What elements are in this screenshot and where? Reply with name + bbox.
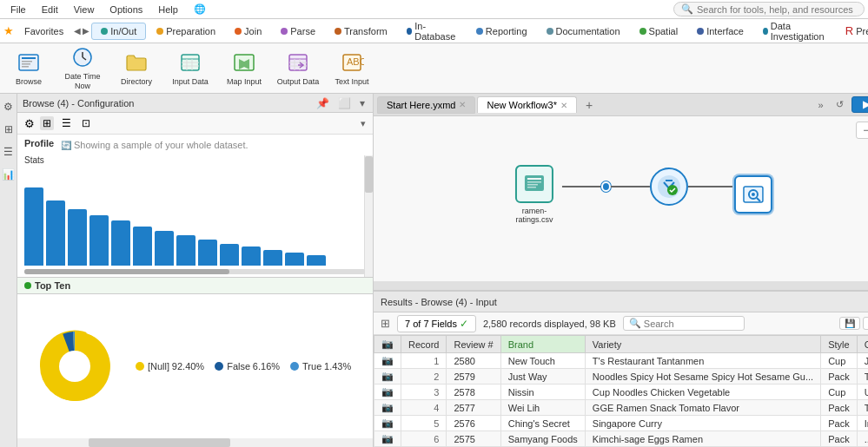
menu-edit[interactable]: Edit: [35, 3, 65, 16]
cell-review: 2578: [447, 385, 500, 400]
tool-outputdata[interactable]: Output Data: [276, 50, 320, 87]
ribbon-transform[interactable]: Transform: [326, 23, 396, 39]
ribbon-back-arrow[interactable]: ◀: [74, 26, 81, 36]
chart-scrollbar[interactable]: [24, 269, 366, 274]
run-button[interactable]: ▶ Run: [851, 96, 868, 113]
filter-node-icon: [657, 174, 681, 199]
panel-options-btn[interactable]: ▾: [361, 118, 366, 129]
browse-node-box[interactable]: [734, 175, 772, 214]
filter-node-box[interactable]: [650, 168, 688, 206]
panel-menu-button[interactable]: ▾: [357, 96, 368, 110]
results-search[interactable]: 🔍: [623, 316, 745, 331]
chart-scrollbar-thumb[interactable]: [24, 269, 229, 274]
tool-browse[interactable]: Browse: [7, 50, 50, 87]
ribbon-favorites[interactable]: Favorites: [16, 23, 72, 39]
table-row[interactable]: 📷 5 2576 Ching's Secret Singapore Curry …: [374, 416, 869, 431]
workflow-filter-node[interactable]: [650, 168, 688, 206]
tab-new-workflow3-close[interactable]: ✕: [560, 101, 567, 110]
zoom-out-button[interactable]: −: [856, 122, 868, 139]
panel-hscrollbar-thumb[interactable]: [89, 438, 231, 447]
table-row[interactable]: 📷 1 2580 New Touch T's Restaurant Tantan…: [374, 353, 869, 369]
results-search-input[interactable]: [644, 319, 748, 329]
sidebar-grid-icon[interactable]: ⊞: [3, 122, 15, 137]
chart-section: Stats: [17, 155, 373, 277]
tab-refresh-icon[interactable]: ↺: [832, 97, 848, 112]
outputdata-icon: [286, 50, 310, 75]
col-style[interactable]: Style: [821, 336, 857, 353]
bar-item: [111, 220, 130, 266]
top-ten-dot: [24, 282, 31, 289]
results-search-icon: 🔍: [629, 318, 641, 329]
config-view3-icon[interactable]: ⊡: [79, 116, 93, 130]
ribbon-spatial[interactable]: Spatial: [631, 23, 687, 39]
legend-true: True 1.43%: [290, 361, 351, 371]
ribbon-inout[interactable]: In/Out: [91, 23, 146, 40]
workflow-input-node[interactable]: ramen-ratings.csv: [507, 165, 562, 224]
sidebar-settings-icon[interactable]: ⚙: [2, 99, 15, 115]
results-layout-button[interactable]: ⊞: [863, 317, 868, 330]
ribbon-predictive[interactable]: R Predictive: [837, 22, 868, 40]
canvas-hscrollbar[interactable]: [374, 281, 868, 290]
cell-record: 3: [401, 385, 447, 400]
panel-hscrollbar[interactable]: [17, 438, 373, 447]
ribbon-parse[interactable]: Parse: [272, 23, 324, 39]
tool-mapinput[interactable]: Map Input: [222, 50, 266, 87]
ribbon-indatabase[interactable]: In-Database: [398, 18, 466, 44]
config-view2-icon[interactable]: ☰: [59, 116, 74, 130]
panel-maximize-button[interactable]: ⬜: [335, 96, 354, 110]
chart-vscrollbar[interactable]: [364, 155, 373, 277]
datetime-label: Date Time Now: [61, 72, 104, 91]
sidebar-list-icon[interactable]: ☰: [2, 144, 15, 160]
config-view1-icon[interactable]: ⊞: [40, 116, 54, 130]
global-search[interactable]: 🔍: [673, 2, 865, 16]
pie-chart-area: [Null] 92.40% False 6.16%: [17, 294, 373, 438]
ribbon-datainvestigation[interactable]: Data Investigation: [754, 18, 835, 44]
menu-view[interactable]: View: [67, 3, 102, 16]
cell-style: Pack: [821, 416, 857, 431]
input-node-box[interactable]: [515, 165, 553, 203]
ribbon-join[interactable]: Join: [226, 23, 270, 39]
textinput-icon: ABC: [340, 50, 364, 75]
tab-start-here-close[interactable]: ✕: [459, 100, 466, 109]
ribbon-forward-arrow[interactable]: ▶: [83, 26, 89, 36]
workflow-browse-node[interactable]: [734, 175, 772, 214]
menu-help[interactable]: Help: [151, 3, 185, 16]
table-row[interactable]: 📷 6 2575 Samyang Foods Kimchi-sage Eggs …: [374, 431, 869, 447]
tab-start-here[interactable]: Start Here.yxmd ✕: [377, 96, 475, 114]
tab-more-icon[interactable]: »: [814, 98, 828, 112]
search-input[interactable]: [697, 4, 857, 15]
add-tab-button[interactable]: +: [579, 95, 600, 115]
tool-directory[interactable]: Directory: [115, 50, 158, 87]
icon-toolbar: Browse Date Time Now Directory Input Dat…: [0, 43, 868, 94]
ribbon-documentation[interactable]: Documentation: [538, 23, 629, 39]
table-row[interactable]: 📷 3 2578 Nissin Cup Noodles Chicken Vege…: [374, 385, 869, 400]
table-row[interactable]: 📷 2 2579 Just Way Noodles Spicy Hot Sesa…: [374, 369, 869, 385]
config-gear-icon[interactable]: ⚙: [24, 117, 35, 130]
tool-inputdata[interactable]: Input Data: [169, 50, 212, 87]
panel-pin-button[interactable]: 📌: [314, 96, 332, 110]
col-brand[interactable]: Brand: [500, 336, 585, 353]
cell-review: 2576: [447, 416, 500, 431]
menu-options[interactable]: Options: [103, 3, 149, 16]
ribbon-reporting[interactable]: Reporting: [467, 23, 536, 39]
ribbon-preparation[interactable]: Preparation: [148, 23, 224, 39]
tab-new-workflow3[interactable]: New Workflow3* ✕: [477, 96, 577, 113]
tool-textinput[interactable]: ABC Text Input: [330, 50, 374, 87]
chart-vscrollbar-thumb[interactable]: [365, 156, 373, 193]
ribbon-interface[interactable]: Interface: [688, 23, 752, 39]
fields-button[interactable]: 7 of 7 Fields ✓: [397, 315, 476, 332]
bar-item: [263, 250, 282, 266]
col-record[interactable]: Record: [401, 336, 447, 353]
col-country[interactable]: Country: [857, 336, 868, 353]
col-variety[interactable]: Variety: [585, 336, 820, 353]
sidebar-chart-icon[interactable]: 📊: [0, 167, 17, 182]
menu-globe[interactable]: 🌐: [187, 2, 213, 16]
canvas-area[interactable]: − + ramen-ratings.csv: [374, 116, 868, 291]
results-export-button[interactable]: 💾: [839, 317, 860, 330]
stats-label: Stats: [24, 155, 44, 165]
cell-brand: Wei Lih: [500, 400, 585, 416]
table-row[interactable]: 📷 4 2577 Wei Lih GGE Ramen Snack Tomato …: [374, 400, 869, 416]
menu-file[interactable]: File: [3, 3, 33, 16]
tool-datetime[interactable]: Date Time Now: [61, 45, 104, 91]
col-review[interactable]: Review #: [447, 336, 500, 353]
